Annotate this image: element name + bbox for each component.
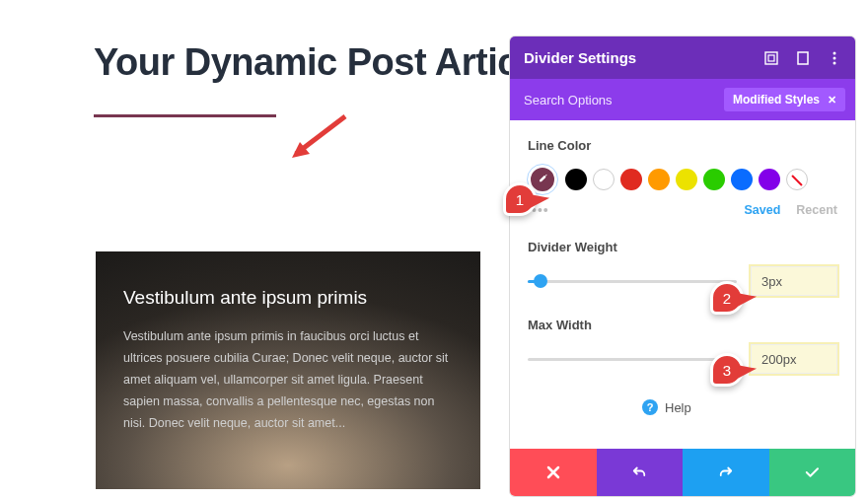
undo-icon (630, 463, 648, 481)
svg-rect-2 (798, 52, 808, 64)
post-card: Vestibulum ante ipsum primis Vestibulum … (96, 251, 480, 489)
maxwidth-slider[interactable] (528, 358, 737, 361)
card-text: Vestibulum ante ipsum primis in faucibus… (123, 326, 457, 434)
panel-footer (510, 449, 855, 496)
search-row: Search Options Modified Styles ✕ (510, 79, 855, 120)
settings-panel: Divider Settings Search Options Modified… (509, 36, 856, 497)
redo-icon (717, 463, 735, 481)
help-link[interactable]: ? Help (642, 399, 837, 415)
color-swatches (528, 165, 837, 194)
card-title: Vestibulum ante ipsum primis (123, 287, 457, 309)
swatch-purple[interactable] (759, 169, 780, 190)
svg-point-3 (833, 51, 836, 54)
swatch-blue[interactable] (731, 169, 753, 190)
svg-point-4 (833, 56, 836, 59)
recent-tab[interactable]: Recent (796, 203, 837, 217)
help-icon: ? (642, 399, 658, 415)
cancel-button[interactable] (510, 449, 597, 496)
max-width-label: Max Width (528, 318, 837, 332)
annotation-arrow (286, 107, 355, 176)
saved-tab[interactable]: Saved (744, 203, 780, 217)
swatch-none[interactable] (786, 169, 808, 190)
redo-button[interactable] (683, 449, 769, 496)
annotation-2: 2 (710, 281, 744, 315)
check-icon (803, 463, 821, 481)
line-color-label: Line Color (528, 138, 837, 153)
divider-preview (94, 114, 276, 117)
svg-rect-0 (765, 52, 777, 64)
swatch-green[interactable] (703, 169, 725, 190)
kebab-icon[interactable] (828, 51, 841, 65)
close-icon (545, 464, 561, 480)
divider-weight-label: Divider Weight (528, 240, 837, 254)
confirm-button[interactable] (769, 449, 856, 496)
swatch-red[interactable] (620, 169, 642, 190)
weight-input[interactable]: 3px (751, 266, 837, 296)
svg-point-5 (833, 61, 836, 64)
filter-tag-label: Modified Styles (733, 93, 820, 107)
weight-slider[interactable] (528, 280, 737, 283)
swatch-yellow[interactable] (676, 169, 697, 190)
panel-title: Divider Settings (524, 49, 636, 66)
search-input[interactable]: Search Options (524, 93, 613, 107)
undo-button[interactable] (597, 449, 684, 496)
swatch-white[interactable] (593, 169, 615, 190)
help-label: Help (665, 400, 691, 415)
expand-icon[interactable] (764, 51, 778, 65)
rectangle-icon[interactable] (796, 51, 810, 65)
annotation-3: 3 (710, 353, 744, 387)
svg-rect-1 (768, 55, 774, 61)
eyedropper-icon (536, 173, 549, 186)
maxwidth-input[interactable]: 200px (751, 344, 837, 374)
slider-thumb[interactable] (534, 274, 547, 288)
swatch-orange[interactable] (648, 169, 670, 190)
panel-header: Divider Settings (510, 36, 855, 79)
close-icon[interactable]: ✕ (828, 94, 836, 107)
annotation-1: 1 (503, 182, 537, 216)
filter-tag[interactable]: Modified Styles ✕ (724, 88, 845, 111)
swatch-black[interactable] (565, 169, 587, 190)
